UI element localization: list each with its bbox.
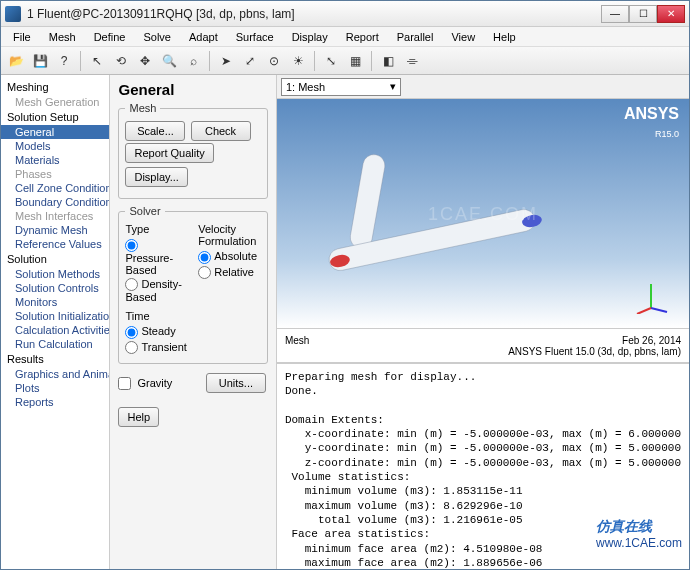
site-watermark: 仿真在线 www.1CAE.com	[596, 518, 682, 550]
window-title: 1 Fluent@PC-20130911RQHQ [3d, dp, pbns, …	[27, 7, 601, 21]
camera-icon[interactable]: ⌯	[401, 50, 423, 72]
menu-surface[interactable]: Surface	[228, 29, 282, 45]
tree-item-dynamic-mesh[interactable]: Dynamic Mesh	[1, 223, 109, 237]
mesh-legend: Mesh	[125, 102, 160, 114]
velocity-relative[interactable]: Relative	[198, 265, 261, 281]
app-icon	[5, 6, 21, 22]
time-head: Time	[125, 310, 260, 322]
status-version: ANSYS Fluent 15.0 (3d, dp, pbns, lam)	[285, 346, 681, 357]
report-quality-button[interactable]: Report Quality	[125, 143, 213, 163]
tree-item-phases: Phases	[1, 167, 109, 181]
mesh-group: Mesh Scale... Check Report Quality Displ…	[118, 102, 267, 199]
tree-item-solution-controls[interactable]: Solution Controls	[1, 281, 109, 295]
menu-view[interactable]: View	[443, 29, 483, 45]
tree-item-mesh-interfaces: Mesh Interfaces	[1, 209, 109, 223]
scale-button[interactable]: Scale...	[125, 121, 185, 141]
tree-item-graphics-and-animations[interactable]: Graphics and Animations	[1, 367, 109, 381]
gravity-checkbox[interactable]: Gravity	[118, 377, 172, 391]
menu-solve[interactable]: Solve	[135, 29, 179, 45]
zoom-box-icon[interactable]: ⌕	[182, 50, 204, 72]
watermark: 1CAE.COM	[428, 203, 538, 224]
svg-line-5	[651, 308, 667, 312]
tree-head-meshing: Meshing	[1, 79, 109, 95]
svg-line-6	[637, 308, 651, 314]
velocity-formulation-group: Velocity Formulation AbsoluteRelative	[198, 223, 261, 304]
time-group: Time SteadyTransient	[125, 310, 260, 355]
rotate-icon[interactable]: ⟲	[110, 50, 132, 72]
tree-item-cell-zone-conditions[interactable]: Cell Zone Conditions	[1, 181, 109, 195]
tree-item-solution-methods[interactable]: Solution Methods	[1, 267, 109, 281]
units-button[interactable]: Units...	[206, 373, 266, 393]
probe-icon[interactable]: ⊙	[263, 50, 285, 72]
velocity-absolute[interactable]: Absolute	[198, 249, 261, 265]
help-icon[interactable]: ?	[53, 50, 75, 72]
menu-mesh[interactable]: Mesh	[41, 29, 84, 45]
menu-display[interactable]: Display	[284, 29, 336, 45]
zoom-icon[interactable]: 🔍	[158, 50, 180, 72]
fit-icon[interactable]: ⤢	[239, 50, 261, 72]
svg-rect-0	[348, 153, 386, 250]
titlebar: 1 Fluent@PC-20130911RQHQ [3d, dp, pbns, …	[1, 1, 689, 27]
tree-item-materials[interactable]: Materials	[1, 153, 109, 167]
mesh-geometry	[307, 139, 587, 309]
save-icon[interactable]: 💾	[29, 50, 51, 72]
status-left: Mesh	[285, 335, 309, 346]
solver-legend: Solver	[125, 205, 164, 217]
check-button[interactable]: Check	[191, 121, 251, 141]
solver-group: Solver Type Pressure-BasedDensity-Based …	[118, 205, 267, 364]
graphics-tabs: 1: Mesh ▾	[277, 75, 689, 99]
tree-item-solution-initialization[interactable]: Solution Initialization	[1, 309, 109, 323]
status-date: Feb 26, 2014	[622, 335, 681, 346]
help-button[interactable]: Help	[118, 407, 159, 427]
velocity-head: Velocity Formulation	[198, 223, 261, 247]
open-icon[interactable]: 📂	[5, 50, 27, 72]
graphics-viewport[interactable]: ANSYSR15.0 1CAE.COM	[277, 99, 689, 329]
close-button[interactable]: ✕	[657, 5, 685, 23]
light-icon[interactable]: ☀	[287, 50, 309, 72]
select-icon[interactable]: ↖	[86, 50, 108, 72]
arrow-icon[interactable]: ➤	[215, 50, 237, 72]
tree-item-run-calculation[interactable]: Run Calculation	[1, 337, 109, 351]
menu-adapt[interactable]: Adapt	[181, 29, 226, 45]
graphics-tab-dropdown[interactable]: 1: Mesh ▾	[281, 78, 401, 96]
solver-type-group: Type Pressure-BasedDensity-Based	[125, 223, 188, 304]
tree-head-solution: Solution	[1, 251, 109, 267]
menu-define[interactable]: Define	[86, 29, 134, 45]
tree-item-calculation-activities[interactable]: Calculation Activities	[1, 323, 109, 337]
tree-item-monitors[interactable]: Monitors	[1, 295, 109, 309]
task-title: General	[118, 81, 267, 98]
chevron-down-icon: ▾	[390, 80, 396, 93]
tree-item-mesh-generation: Mesh Generation	[1, 95, 109, 109]
tree-item-reference-values[interactable]: Reference Values	[1, 237, 109, 251]
tree-item-plots[interactable]: Plots	[1, 381, 109, 395]
tree-item-general[interactable]: General	[1, 125, 109, 139]
time-transient[interactable]: Transient	[125, 340, 260, 356]
scene-icon[interactable]: ◧	[377, 50, 399, 72]
toolbar: 📂💾?↖⟲✥🔍⌕➤⤢⊙☀⤡▦◧⌯	[1, 47, 689, 75]
ruler-icon[interactable]: ⤡	[320, 50, 342, 72]
menu-help[interactable]: Help	[485, 29, 524, 45]
navigation-tree: MeshingMesh GenerationSolution SetupGene…	[1, 75, 110, 569]
views-icon[interactable]: ▦	[344, 50, 366, 72]
ansys-logo: ANSYSR15.0	[624, 105, 679, 141]
menu-file[interactable]: File	[5, 29, 39, 45]
tree-item-reports[interactable]: Reports	[1, 395, 109, 409]
tree-item-boundary-conditions[interactable]: Boundary Conditions	[1, 195, 109, 209]
time-steady[interactable]: Steady	[125, 324, 260, 340]
minimize-button[interactable]: —	[601, 5, 629, 23]
menu-parallel[interactable]: Parallel	[389, 29, 442, 45]
solver-type-head: Type	[125, 223, 188, 235]
solver-type-density-based[interactable]: Density-Based	[125, 277, 188, 305]
tree-head-results: Results	[1, 351, 109, 367]
menu-report[interactable]: Report	[338, 29, 387, 45]
solver-type-pressure-based[interactable]: Pressure-Based	[125, 237, 188, 277]
task-pane-general: General Mesh Scale... Check Report Quali…	[110, 75, 276, 569]
tree-head-setup: Solution Setup	[1, 109, 109, 125]
axis-triad-icon	[633, 278, 669, 314]
pan-icon[interactable]: ✥	[134, 50, 156, 72]
graphics-status: Mesh Feb 26, 2014 ANSYS Fluent 15.0 (3d,…	[277, 329, 689, 363]
tree-item-models[interactable]: Models	[1, 139, 109, 153]
menubar: FileMeshDefineSolveAdaptSurfaceDisplayRe…	[1, 27, 689, 47]
display-button[interactable]: Display...	[125, 167, 187, 187]
maximize-button[interactable]: ☐	[629, 5, 657, 23]
